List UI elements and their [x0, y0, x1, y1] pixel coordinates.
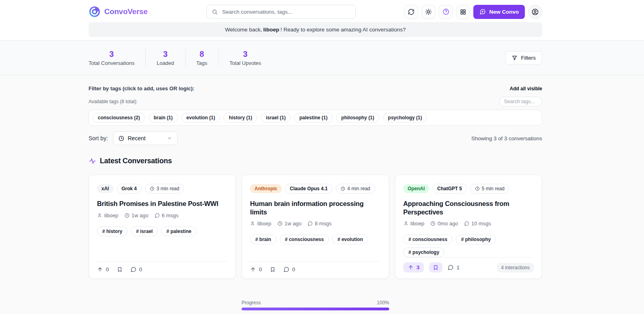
clock-icon: [475, 186, 480, 191]
comment-bubble-icon: [448, 264, 454, 270]
card-tag[interactable]: # evolution: [332, 235, 368, 244]
person-icon: [97, 213, 102, 218]
age-meta: 1w ago: [277, 220, 301, 227]
conversation-title[interactable]: Approaching Consciousness from Perspecti…: [403, 200, 512, 216]
bookmark-button[interactable]: [429, 262, 442, 272]
comments-button[interactable]: 0: [130, 266, 142, 272]
comment-count: 0: [292, 266, 295, 272]
messages-meta: 8 msgs: [308, 220, 332, 227]
author-name: liboep: [104, 212, 118, 218]
stat-value: 3: [229, 50, 261, 59]
refresh-button[interactable]: [404, 5, 418, 19]
read-time-badge: 3 min read: [145, 184, 184, 193]
bookmark-button[interactable]: [117, 266, 123, 272]
conversation-card[interactable]: xAI Grok 4 3 min read British Promises i…: [89, 175, 236, 279]
upvote-button[interactable]: 0: [97, 266, 109, 272]
clock-icon: [341, 186, 345, 191]
help-button[interactable]: [439, 5, 453, 19]
stat-loaded: 3 Loaded: [146, 50, 185, 66]
conversation-title[interactable]: Human brain information processing limit…: [250, 200, 380, 216]
age-meta: 1w ago: [124, 212, 149, 218]
clock-icon: [430, 221, 436, 226]
upvote-count: 0: [259, 266, 262, 272]
search-input[interactable]: [221, 8, 351, 15]
author-meta: liboep: [250, 220, 271, 227]
progress-value: 100%: [377, 300, 389, 306]
upvote-button[interactable]: 0: [250, 266, 262, 272]
upvote-count: 3: [417, 264, 420, 270]
tag-chip-philosophy[interactable]: philosophy (1): [336, 113, 380, 123]
bookmark-icon: [433, 264, 439, 270]
showing-count: Showing 3 of 3 conversations: [471, 135, 542, 141]
message-bubble-icon: [155, 213, 160, 218]
model-badge: Claude Opus 4.1: [285, 184, 332, 193]
sort-select[interactable]: Recent: [113, 131, 178, 145]
add-all-visible-button[interactable]: Add all visible: [510, 86, 542, 91]
stats-band: 3 Total Conversations 3 Loaded 8 Tags 3 …: [0, 41, 644, 75]
read-time-badge: 5 min read: [470, 184, 510, 193]
bookmark-icon: [270, 266, 276, 272]
clock-icon: [150, 186, 155, 191]
sun-icon: [425, 8, 432, 15]
sort-selected-value: Recent: [128, 135, 145, 141]
tag-chip-psychology[interactable]: psychology (1): [383, 113, 427, 123]
age-meta: 0mo ago: [430, 220, 458, 227]
funnel-icon: [512, 55, 518, 61]
card-tag[interactable]: # consciousness: [280, 235, 329, 244]
card-tag[interactable]: # israel: [131, 227, 158, 236]
interactions-badge: 4 interactions: [497, 263, 534, 272]
tag-chip-evolution[interactable]: evolution (1): [181, 113, 220, 123]
brand[interactable]: ConvoVerse: [89, 6, 148, 18]
app-header: ConvoVerse: [0, 0, 644, 41]
card-tag[interactable]: # palestine: [161, 227, 196, 236]
stat-value: 8: [196, 50, 207, 59]
brand-name: ConvoVerse: [104, 7, 148, 16]
comments-button[interactable]: 1: [448, 264, 460, 270]
author-name: liboep: [411, 220, 425, 227]
person-icon: [250, 221, 255, 226]
tag-chip-consciousness[interactable]: consciousness (2): [93, 113, 145, 123]
conversation-card[interactable]: OpenAI ChatGPT 5 5 min read Approaching …: [395, 175, 542, 279]
convoverse-logo-icon: [89, 6, 101, 18]
welcome-username: liboep: [263, 27, 279, 33]
messages-meta: 10 msgs: [464, 220, 491, 227]
conversation-title[interactable]: British Promises in Palestine Post-WWI: [97, 200, 227, 208]
filters-label: Filters: [521, 55, 536, 61]
messages-count: 8 msgs: [315, 220, 332, 227]
available-tags-container: consciousness (2) brain (1) evolution (1…: [89, 110, 542, 126]
filters-button[interactable]: Filters: [505, 51, 542, 64]
tag-chip-israel[interactable]: israel (1): [260, 113, 291, 123]
help-circle-icon: [442, 8, 450, 15]
new-convo-button[interactable]: New Convo: [473, 5, 525, 19]
tag-chip-brain[interactable]: brain (1): [149, 113, 178, 123]
bookmark-button[interactable]: [270, 266, 276, 272]
user-menu-button[interactable]: [528, 5, 542, 19]
card-tag[interactable]: # psychology: [403, 247, 445, 257]
theme-toggle-button[interactable]: [421, 5, 436, 19]
clock-icon: [124, 213, 130, 218]
provider-badge: xAI: [97, 184, 114, 193]
provider-badge: OpenAI: [403, 184, 429, 193]
tag-chip-history[interactable]: history (1): [223, 113, 257, 123]
arrow-up-icon: [250, 266, 256, 272]
stat-value: 3: [157, 50, 174, 59]
card-tag[interactable]: # brain: [250, 235, 276, 244]
refresh-icon: [408, 8, 415, 15]
welcome-banner: Welcome back, liboep! Ready to explore s…: [89, 22, 542, 37]
stat-label: Total Upvotes: [229, 60, 261, 66]
arrow-up-icon: [408, 264, 414, 270]
comments-button[interactable]: 0: [283, 266, 295, 272]
read-time-label: 5 min read: [482, 186, 505, 191]
progress-bar: [242, 308, 389, 310]
upvote-button[interactable]: 3: [403, 262, 424, 272]
conversation-card[interactable]: Anthropic Claude Opus 4.1 4 min read Hum…: [242, 175, 389, 279]
welcome-prefix: Welcome back,: [225, 27, 262, 33]
apps-grid-button[interactable]: [456, 5, 470, 19]
tag-chip-palestine[interactable]: palestine (1): [294, 113, 333, 123]
card-tag[interactable]: # philosophy: [456, 235, 496, 244]
global-search[interactable]: [206, 5, 356, 19]
bookmark-icon: [117, 266, 123, 272]
card-tag[interactable]: # history: [97, 227, 128, 236]
card-tag[interactable]: # consciousness: [403, 235, 453, 244]
tag-search-input[interactable]: [499, 97, 542, 106]
